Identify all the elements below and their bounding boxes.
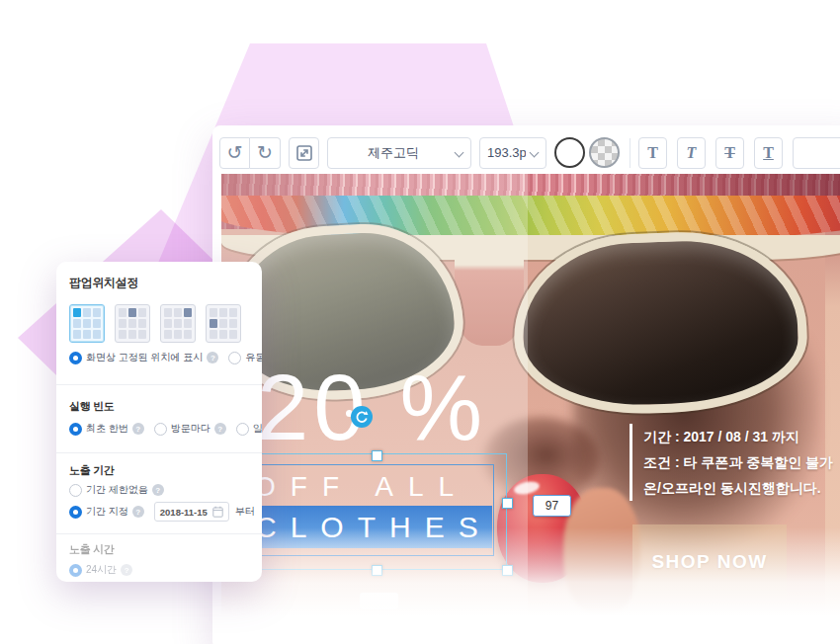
bold-icon: T [647,144,658,162]
italic-icon: T [687,144,697,162]
period-custom-radio[interactable] [69,506,82,519]
divider [56,452,262,453]
photo-bottom-fade [221,527,840,616]
resize-button[interactable] [289,137,319,169]
history-button-group: ↺ ↻ [219,137,281,169]
time-24h-radio[interactable] [69,564,82,577]
undo-icon: ↺ [227,143,243,162]
help-icon[interactable]: ? [214,423,226,435]
position-option-middle-left[interactable] [206,304,241,343]
start-date-value: 2018-11-15 [160,507,212,518]
rotate-handle[interactable] [351,406,373,428]
frequency-visit-radio[interactable] [154,423,167,436]
transparent-fill-swatch[interactable] [589,137,620,168]
help-icon[interactable]: ? [152,484,164,496]
chevron-down-icon [530,147,540,157]
font-family-value: 제주고딕 [338,144,449,162]
position-option-top-right[interactable] [160,304,196,343]
size-value-badge: 97 [533,495,571,517]
fluid-position-radio[interactable] [228,352,241,364]
frequency-visit-label: 방문마다 [171,422,210,436]
frequency-row: 최초 한번 ? 방문마다 ? 일1회 [69,422,262,436]
start-date-input[interactable]: 2018-11-15 [154,502,229,522]
chevron-down-icon [455,147,464,157]
resize-handle-top[interactable] [372,450,382,461]
date-suffix-label: 부터 [235,505,255,519]
stroke-color-swatch[interactable] [554,137,585,168]
toolbar-separator [630,138,630,168]
italic-button[interactable]: T [677,137,706,169]
undo-button[interactable]: ↺ [219,137,250,169]
frequency-once-radio[interactable] [69,423,82,436]
promo-line: 조건 : 타 쿠폰과 중복할인 불가 [643,449,833,475]
popup-design-canvas[interactable]: 20% OFF ALL CLOTHES 기간 : 2017 / 08 / 31 … [221,174,840,616]
help-icon[interactable]: ? [132,506,144,518]
period-custom-label: 기간 지정 [86,505,128,519]
frequency-once-label: 최초 한번 [86,422,128,436]
promo-conditions-block[interactable]: 기간 : 2017 / 08 / 31 까지 조건 : 타 쿠폰과 중복할인 불… [630,424,833,501]
clipped-toolbar-button[interactable] [793,137,840,169]
period-custom-row: 기간 지정 ? 2018-11-15 부터 [69,502,262,522]
position-mode-row: 화면상 고정된 위치에 표시 ? 유동적 위치 [69,351,262,364]
underline-icon: T [763,144,774,162]
frequency-daily-radio[interactable] [236,423,249,436]
frequency-daily-label: 일1회 [253,422,262,436]
underline-button[interactable]: T [754,137,783,169]
frequency-heading: 실행 빈도 [69,399,262,414]
help-icon[interactable]: ? [132,423,144,435]
promo-line: 온/오프라인 동시진행합니다. [643,475,833,501]
time-section: 노출 시간 24시간 ? [69,542,262,577]
popup-settings-panel: 팝업위치설정 화면상 고정된 위치에 표시 ? 유동적 위치 실행 빈도 최초 … [56,262,262,582]
fixed-position-label: 화면상 고정된 위치에 표시 [86,351,203,364]
panel-title: 팝업위치설정 [69,275,262,291]
editor-toolbar: ↺ ↻ 제주고딕 193.3px T T T T [212,125,840,172]
time-row: 24시간 ? [69,563,262,577]
calendar-icon [212,506,223,518]
time-24h-label: 24시간 [86,563,117,577]
time-heading: 노출 시간 [69,542,262,557]
font-size-select[interactable]: 193.3px [479,137,546,169]
position-options [69,304,262,343]
font-family-select[interactable]: 제주고딕 [327,137,471,169]
period-nolimit-label: 기간 제한없음 [86,483,148,497]
help-icon[interactable]: ? [207,352,218,363]
redo-button[interactable]: ↻ [250,137,281,169]
resize-icon [295,144,313,162]
divider [56,384,262,385]
promo-line: 기간 : 2017 / 08 / 31 까지 [643,424,833,449]
position-option-top-center[interactable] [115,304,150,343]
popup-editor-card: ↺ ↻ 제주고딕 193.3px T T T T [212,125,840,644]
strikethrough-button[interactable]: T [715,137,744,169]
fluid-position-label: 유동적 위치 [245,351,262,364]
period-nolimit-row: 기간 제한없음 ? [69,483,262,497]
strikethrough-icon: T [724,144,735,162]
divider [56,533,262,534]
position-option-top-left[interactable] [69,304,105,343]
help-icon[interactable]: ? [121,564,132,576]
period-nolimit-radio[interactable] [69,484,82,497]
resize-handle-right[interactable] [502,498,513,509]
fixed-position-radio[interactable] [69,352,82,364]
font-size-value: 193.3px [487,145,526,160]
bold-button[interactable]: T [638,137,667,169]
period-heading: 노출 기간 [69,463,262,478]
rotate-icon [351,406,373,428]
redo-icon: ↻ [257,143,273,162]
